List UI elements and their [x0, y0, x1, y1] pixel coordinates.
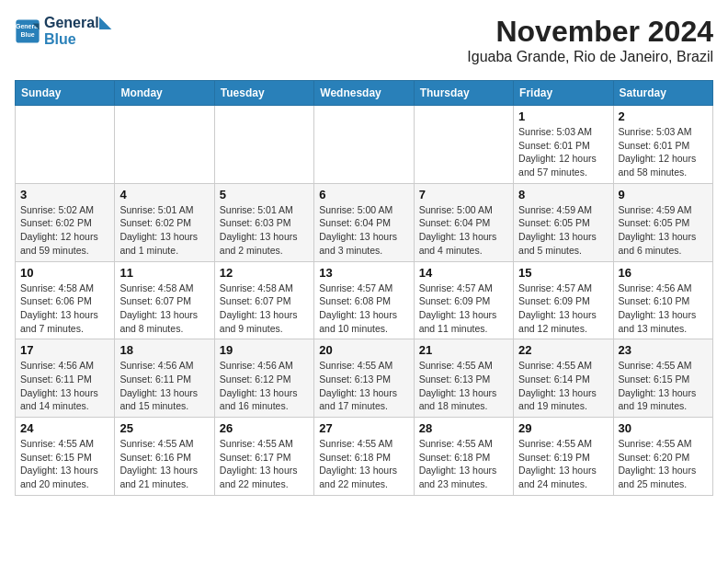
- calendar-table: SundayMondayTuesdayWednesdayThursdayFrid…: [15, 80, 713, 496]
- calendar-cell: 24Sunrise: 4:55 AM Sunset: 6:15 PM Dayli…: [16, 418, 115, 496]
- calendar-cell: [414, 106, 513, 184]
- calendar-week-2: 3Sunrise: 5:02 AM Sunset: 6:02 PM Daylig…: [16, 183, 713, 261]
- day-info: Sunrise: 4:56 AM Sunset: 6:11 PM Dayligh…: [20, 359, 109, 413]
- day-number: 16: [619, 266, 708, 280]
- calendar-cell: 17Sunrise: 4:56 AM Sunset: 6:11 PM Dayli…: [16, 339, 115, 418]
- day-info: Sunrise: 4:58 AM Sunset: 6:06 PM Dayligh…: [20, 282, 109, 336]
- day-number: 30: [619, 421, 708, 435]
- calendar-cell: 10Sunrise: 4:58 AM Sunset: 6:06 PM Dayli…: [16, 261, 115, 339]
- calendar-cell: 6Sunrise: 5:00 AM Sunset: 6:04 PM Daylig…: [314, 183, 414, 261]
- day-info: Sunrise: 4:55 AM Sunset: 6:14 PM Dayligh…: [518, 359, 608, 413]
- calendar-cell: 9Sunrise: 4:59 AM Sunset: 6:05 PM Daylig…: [613, 183, 712, 261]
- day-number: 1: [518, 109, 608, 123]
- calendar-cell: 26Sunrise: 4:55 AM Sunset: 6:17 PM Dayli…: [214, 418, 313, 496]
- day-info: Sunrise: 5:03 AM Sunset: 6:01 PM Dayligh…: [619, 125, 708, 179]
- calendar-cell: 18Sunrise: 4:56 AM Sunset: 6:11 PM Dayli…: [115, 339, 214, 418]
- day-info: Sunrise: 5:03 AM Sunset: 6:01 PM Dayligh…: [518, 125, 608, 179]
- day-number: 26: [220, 421, 309, 435]
- calendar-cell: 7Sunrise: 5:00 AM Sunset: 6:04 PM Daylig…: [414, 183, 513, 261]
- day-number: 29: [518, 421, 608, 435]
- day-number: 20: [319, 343, 408, 357]
- day-number: 10: [20, 266, 109, 280]
- day-info: Sunrise: 4:55 AM Sunset: 6:15 PM Dayligh…: [619, 359, 708, 413]
- day-info: Sunrise: 5:02 AM Sunset: 6:02 PM Dayligh…: [20, 203, 109, 258]
- logo-text: General◣: [44, 15, 110, 31]
- calendar-cell: 22Sunrise: 4:55 AM Sunset: 6:14 PM Dayli…: [514, 339, 613, 418]
- day-number: 2: [619, 109, 708, 123]
- day-number: 23: [619, 343, 708, 357]
- day-number: 6: [319, 188, 408, 201]
- calendar-cell: 2Sunrise: 5:03 AM Sunset: 6:01 PM Daylig…: [613, 106, 712, 184]
- calendar-week-3: 10Sunrise: 4:58 AM Sunset: 6:06 PM Dayli…: [16, 261, 713, 339]
- day-info: Sunrise: 4:57 AM Sunset: 6:09 PM Dayligh…: [419, 282, 508, 336]
- day-number: 11: [119, 266, 209, 280]
- calendar-week-4: 17Sunrise: 4:56 AM Sunset: 6:11 PM Dayli…: [16, 339, 713, 418]
- weekday-header-tuesday: Tuesday: [214, 81, 313, 106]
- svg-text:Blue: Blue: [20, 30, 34, 37]
- calendar-cell: [16, 106, 115, 184]
- day-number: 18: [119, 343, 209, 357]
- day-info: Sunrise: 4:55 AM Sunset: 6:17 PM Dayligh…: [220, 437, 309, 491]
- day-info: Sunrise: 4:55 AM Sunset: 6:19 PM Dayligh…: [518, 437, 608, 491]
- day-number: 7: [419, 188, 508, 201]
- day-info: Sunrise: 5:01 AM Sunset: 6:02 PM Dayligh…: [119, 203, 209, 258]
- logo: General Blue General◣ Blue: [15, 15, 110, 47]
- day-number: 9: [619, 188, 708, 201]
- month-title: November 2024: [467, 15, 713, 49]
- calendar-cell: 13Sunrise: 4:57 AM Sunset: 6:08 PM Dayli…: [314, 261, 414, 339]
- day-number: 24: [20, 421, 109, 435]
- calendar-cell: 21Sunrise: 4:55 AM Sunset: 6:13 PM Dayli…: [414, 339, 513, 418]
- logo-icon: General Blue: [15, 18, 40, 44]
- day-number: 13: [319, 266, 408, 280]
- calendar-cell: 1Sunrise: 5:03 AM Sunset: 6:01 PM Daylig…: [514, 106, 613, 184]
- day-info: Sunrise: 4:56 AM Sunset: 6:12 PM Dayligh…: [220, 359, 309, 413]
- day-info: Sunrise: 4:57 AM Sunset: 6:09 PM Dayligh…: [518, 282, 608, 336]
- weekday-header-saturday: Saturday: [613, 81, 712, 106]
- day-number: 22: [518, 343, 608, 357]
- calendar-cell: 30Sunrise: 4:55 AM Sunset: 6:20 PM Dayli…: [613, 418, 712, 496]
- day-info: Sunrise: 5:00 AM Sunset: 6:04 PM Dayligh…: [419, 203, 508, 258]
- logo-subtext: Blue: [44, 31, 110, 48]
- weekday-header-thursday: Thursday: [414, 81, 513, 106]
- calendar-cell: 3Sunrise: 5:02 AM Sunset: 6:02 PM Daylig…: [16, 183, 115, 261]
- day-info: Sunrise: 4:59 AM Sunset: 6:05 PM Dayligh…: [619, 203, 708, 258]
- day-info: Sunrise: 4:56 AM Sunset: 6:10 PM Dayligh…: [619, 282, 708, 336]
- day-number: 5: [220, 188, 309, 201]
- day-number: 27: [319, 421, 408, 435]
- day-info: Sunrise: 5:01 AM Sunset: 6:03 PM Dayligh…: [220, 203, 309, 258]
- calendar-cell: 23Sunrise: 4:55 AM Sunset: 6:15 PM Dayli…: [613, 339, 712, 418]
- day-number: 15: [518, 266, 608, 280]
- day-number: 4: [119, 188, 209, 201]
- day-number: 12: [220, 266, 309, 280]
- calendar-cell: 19Sunrise: 4:56 AM Sunset: 6:12 PM Dayli…: [214, 339, 313, 418]
- day-number: 19: [220, 343, 309, 357]
- calendar-cell: 5Sunrise: 5:01 AM Sunset: 6:03 PM Daylig…: [214, 183, 313, 261]
- calendar-week-5: 24Sunrise: 4:55 AM Sunset: 6:15 PM Dayli…: [16, 418, 713, 496]
- day-info: Sunrise: 4:58 AM Sunset: 6:07 PM Dayligh…: [119, 282, 209, 336]
- calendar-cell: 16Sunrise: 4:56 AM Sunset: 6:10 PM Dayli…: [613, 261, 712, 339]
- calendar-cell: 28Sunrise: 4:55 AM Sunset: 6:18 PM Dayli…: [414, 418, 513, 496]
- location-title: Iguaba Grande, Rio de Janeiro, Brazil: [467, 49, 713, 65]
- calendar-cell: 8Sunrise: 4:59 AM Sunset: 6:05 PM Daylig…: [514, 183, 613, 261]
- calendar-cell: 14Sunrise: 4:57 AM Sunset: 6:09 PM Dayli…: [414, 261, 513, 339]
- day-info: Sunrise: 4:57 AM Sunset: 6:08 PM Dayligh…: [319, 282, 408, 336]
- day-info: Sunrise: 4:55 AM Sunset: 6:18 PM Dayligh…: [319, 437, 408, 491]
- calendar-cell: 15Sunrise: 4:57 AM Sunset: 6:09 PM Dayli…: [514, 261, 613, 339]
- day-info: Sunrise: 4:55 AM Sunset: 6:16 PM Dayligh…: [119, 437, 209, 491]
- day-number: 21: [419, 343, 508, 357]
- weekday-header-sunday: Sunday: [16, 81, 115, 106]
- day-info: Sunrise: 4:59 AM Sunset: 6:05 PM Dayligh…: [518, 203, 608, 258]
- day-info: Sunrise: 4:55 AM Sunset: 6:20 PM Dayligh…: [619, 437, 708, 491]
- day-number: 25: [119, 421, 209, 435]
- day-number: 17: [20, 343, 109, 357]
- day-info: Sunrise: 4:55 AM Sunset: 6:13 PM Dayligh…: [419, 359, 508, 413]
- calendar-cell: 27Sunrise: 4:55 AM Sunset: 6:18 PM Dayli…: [314, 418, 414, 496]
- weekday-header-wednesday: Wednesday: [314, 81, 414, 106]
- day-info: Sunrise: 4:55 AM Sunset: 6:18 PM Dayligh…: [419, 437, 508, 491]
- day-info: Sunrise: 4:55 AM Sunset: 6:15 PM Dayligh…: [20, 437, 109, 491]
- calendar-cell: 20Sunrise: 4:55 AM Sunset: 6:13 PM Dayli…: [314, 339, 414, 418]
- calendar-cell: 25Sunrise: 4:55 AM Sunset: 6:16 PM Dayli…: [115, 418, 214, 496]
- calendar-cell: 12Sunrise: 4:58 AM Sunset: 6:07 PM Dayli…: [214, 261, 313, 339]
- day-number: 8: [518, 188, 608, 201]
- day-info: Sunrise: 4:58 AM Sunset: 6:07 PM Dayligh…: [220, 282, 309, 336]
